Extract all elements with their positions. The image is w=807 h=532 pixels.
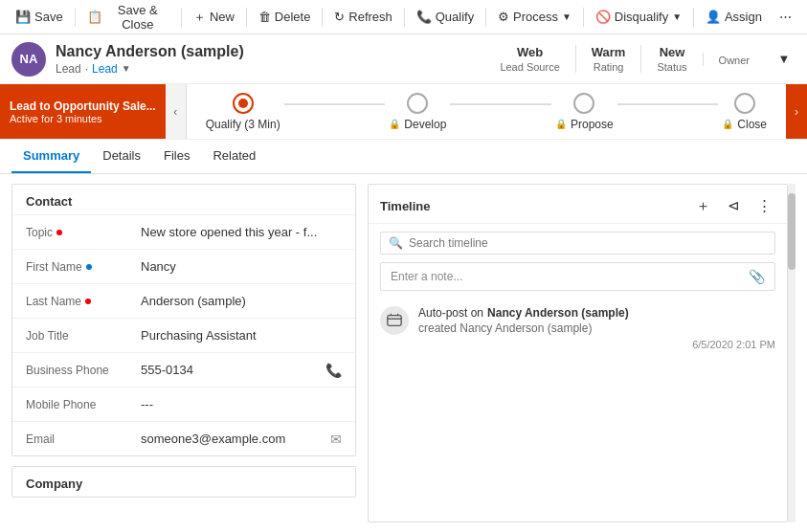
meta-status-label: Status	[657, 61, 686, 73]
process-step-close[interactable]: 🔒 Close	[722, 93, 767, 131]
field-last-name: Last Name Anderson (sample)	[12, 283, 355, 318]
field-job-title: Job Title Purchasing Assistant	[12, 318, 355, 352]
lock-icon-close: 🔒	[722, 119, 733, 129]
contact-card-header: Contact	[12, 185, 355, 214]
process-step-propose[interactable]: 🔒 Propose	[555, 93, 614, 131]
more-button[interactable]: ⋯	[772, 6, 799, 28]
left-panel: Contact Topic New store opened this year…	[11, 184, 356, 522]
tab-summary[interactable]: Summary	[11, 140, 91, 173]
disqualify-button[interactable]: 🚫 Disqualify ▼	[588, 6, 689, 28]
meta-rating: Warm Rating	[575, 45, 641, 73]
value-job-title[interactable]: Purchasing Assistant	[141, 328, 342, 343]
save-icon: 💾	[15, 10, 31, 24]
meta-owner-label: Owner	[719, 55, 750, 66]
separator-4	[322, 8, 323, 27]
timeline-note-bar[interactable]: Enter a note... 📎	[380, 262, 775, 291]
scroll-thumb[interactable]	[788, 193, 796, 270]
main-content: Contact Topic New store opened this year…	[0, 174, 807, 532]
label-job-title: Job Title	[26, 329, 141, 343]
timeline-more-button[interactable]: ⋮	[752, 194, 775, 217]
value-mobile-phone[interactable]: ---	[141, 397, 342, 411]
save-close-button[interactable]: 📋 Save & Close	[79, 0, 178, 35]
new-button[interactable]: ＋ New	[186, 5, 242, 30]
header-info: Nancy Anderson (sample) Lead · Lead ▼	[56, 43, 244, 76]
timeline-search-bar[interactable]: 🔍	[380, 232, 775, 255]
required-indicator-last-name	[85, 299, 91, 304]
field-business-phone: Business Phone 555-0134 📞	[12, 352, 355, 387]
label-email: Email	[26, 432, 141, 446]
meta-lead-source-label: Lead Source	[500, 61, 559, 73]
process-step-develop[interactable]: 🔒 Develop	[389, 93, 446, 131]
timeline-title: Timeline	[380, 199, 691, 213]
tab-files[interactable]: Files	[152, 140, 201, 173]
process-button[interactable]: ⚙ Process ▼	[490, 6, 579, 28]
assign-label: Assign	[725, 10, 762, 24]
record-type-link[interactable]: Lead	[92, 62, 118, 76]
tab-details[interactable]: Details	[91, 140, 152, 173]
refresh-label: Refresh	[348, 10, 392, 24]
save-button[interactable]: 💾 Save	[8, 6, 71, 28]
process-alert[interactable]: Lead to Opportunity Sale... Active for 3…	[0, 84, 166, 139]
attachment-icon[interactable]: 📎	[749, 269, 765, 284]
assign-icon: 👤	[706, 10, 721, 24]
step-circle-propose	[573, 93, 594, 114]
save-label: Save	[34, 10, 63, 24]
record-subtitle: Lead · Lead ▼	[56, 62, 244, 76]
refresh-button[interactable]: ↻ Refresh	[326, 6, 400, 28]
value-business-phone[interactable]: 555-0134 📞	[141, 363, 342, 378]
field-topic: Topic New store opened this year - f...	[12, 214, 355, 249]
assign-button[interactable]: 👤 Assign	[698, 6, 770, 28]
timeline-filter-button[interactable]: ⊲	[722, 194, 745, 217]
delete-button[interactable]: 🗑 Delete	[251, 6, 319, 28]
phone-icon[interactable]: 📞	[325, 363, 342, 378]
email-icon[interactable]: ✉	[330, 432, 342, 447]
timeline-entries: Auto-post on Nancy Anderson (sample) cre…	[369, 299, 787, 521]
company-card: Company	[11, 466, 356, 498]
step-circle-qualify	[233, 93, 254, 114]
process-prev-button[interactable]: ‹	[166, 84, 187, 139]
lock-icon-propose: 🔒	[555, 119, 567, 129]
entry-avatar-0	[380, 306, 409, 335]
label-business-phone: Business Phone	[26, 364, 141, 377]
step-label-develop: 🔒 Develop	[389, 118, 446, 131]
label-mobile-phone: Mobile Phone	[26, 398, 141, 411]
separator-5	[404, 8, 405, 27]
lock-icon-develop: 🔒	[389, 119, 400, 129]
scrollbar[interactable]	[788, 184, 796, 522]
value-email[interactable]: someone3@example.com ✉	[141, 432, 342, 447]
toolbar: 💾 Save 📋 Save & Close ＋ New 🗑 Delete ↻ R…	[0, 0, 807, 34]
value-first-name[interactable]: Nancy	[141, 259, 342, 274]
meta-status: New Status	[640, 45, 702, 73]
header-expand-button[interactable]: ▼	[773, 48, 796, 71]
process-icon: ⚙	[498, 10, 509, 24]
dropdown-icon[interactable]: ▼	[122, 63, 131, 74]
timeline-card: Timeline ＋ ⊲ ⋮ 🔍 Enter a note... 📎	[368, 184, 788, 522]
process-next-button[interactable]: ›	[786, 84, 807, 139]
separator-6	[485, 8, 486, 27]
process-step-qualify[interactable]: Qualify (3 Min)	[206, 93, 280, 131]
meta-lead-source: Web Lead Source	[484, 45, 574, 73]
process-alert-sub: Active for 3 minutes	[10, 113, 156, 124]
right-panel: Timeline ＋ ⊲ ⋮ 🔍 Enter a note... 📎	[368, 184, 788, 522]
disqualify-icon: 🚫	[595, 10, 611, 24]
timeline-add-button[interactable]: ＋	[691, 194, 714, 217]
process-bar: Lead to Opportunity Sale... Active for 3…	[0, 84, 807, 140]
timeline-note-placeholder: Enter a note...	[391, 270, 462, 283]
process-line-1	[284, 103, 386, 105]
separator-2	[181, 8, 182, 27]
svg-rect-0	[388, 316, 401, 326]
label-first-name: First Name	[26, 260, 141, 274]
value-topic[interactable]: New store opened this year - f...	[141, 225, 342, 239]
value-last-name[interactable]: Anderson (sample)	[141, 294, 342, 308]
company-card-header: Company	[12, 467, 355, 497]
step-label-propose: 🔒 Propose	[555, 118, 614, 131]
qualify-button[interactable]: 📞 Qualify	[409, 6, 482, 28]
meta-rating-value: Warm	[592, 45, 626, 59]
tab-related[interactable]: Related	[201, 140, 267, 173]
qualify-icon: 📞	[416, 10, 432, 24]
delete-icon: 🗑	[258, 10, 271, 24]
optional-indicator-first-name	[86, 264, 92, 270]
separator-8	[693, 8, 694, 27]
save-close-label: Save & Close	[106, 3, 170, 32]
search-input[interactable]	[409, 236, 767, 250]
